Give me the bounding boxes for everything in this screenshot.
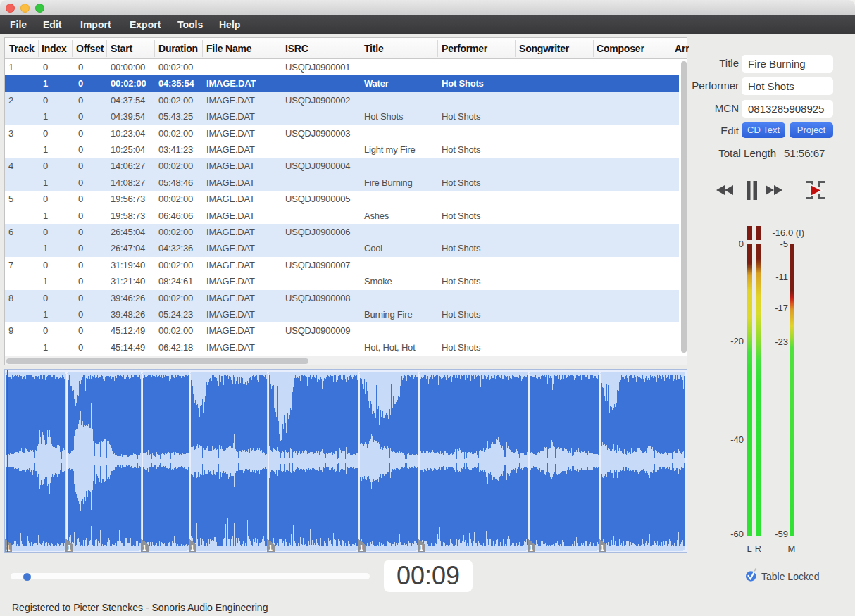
svg-text:1: 1 (359, 544, 363, 552)
svg-text:1: 1 (600, 544, 604, 552)
svg-text:1: 1 (419, 544, 423, 552)
svg-text:1: 1 (67, 544, 71, 552)
svg-text:1: 1 (268, 544, 273, 552)
svg-text:1: 1 (6, 544, 11, 552)
svg-text:1: 1 (142, 544, 146, 552)
svg-text:1: 1 (190, 544, 194, 552)
svg-text:1: 1 (529, 544, 533, 552)
